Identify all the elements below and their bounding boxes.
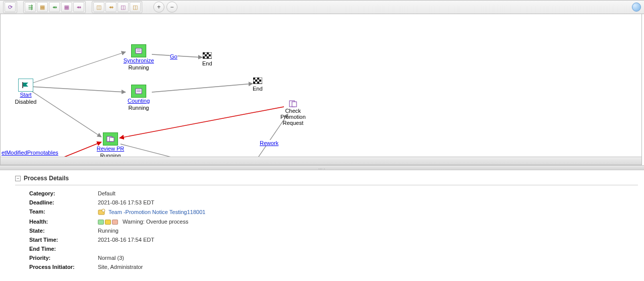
zoom-in-button[interactable]: + <box>153 2 164 13</box>
health-text: Warning: Overdue process <box>123 219 188 225</box>
deadline-label: Deadline: <box>29 199 95 205</box>
end-time-label: End Time: <box>29 246 95 252</box>
state-label: State: <box>29 228 95 234</box>
svg-rect-29 <box>255 80 257 82</box>
deadline-value: 2021-08-16 17:53 EDT <box>98 199 638 205</box>
svg-rect-22 <box>205 54 207 56</box>
svg-line-0 <box>31 52 126 84</box>
start-time-value: 2021-08-16 17:54 EDT <box>98 237 638 243</box>
svg-rect-20 <box>203 52 205 54</box>
inspect-icon[interactable]: ◫ <box>118 2 129 12</box>
tree-layout-icon[interactable]: ⇶ <box>25 2 36 12</box>
node-synchronize[interactable]: Synchronize Running <box>119 44 159 71</box>
workflow-canvas[interactable]: Start Disabled Synchronize Running Count… <box>1 14 641 165</box>
node-end-2[interactable]: End <box>253 78 263 92</box>
svg-line-1 <box>31 87 126 92</box>
initiator-label: Process Initiator: <box>29 264 95 270</box>
svg-rect-25 <box>207 56 209 58</box>
svg-rect-30 <box>259 80 261 82</box>
document-icon <box>288 100 298 108</box>
node-check-promotion[interactable]: Check Promotion Request <box>275 100 311 126</box>
svg-line-4 <box>152 84 253 92</box>
state-value: Running <box>98 228 638 234</box>
help-icon[interactable] <box>632 3 641 12</box>
node-synchronize-label[interactable]: Synchronize <box>124 57 154 64</box>
start-time-label: Start Time: <box>29 237 95 243</box>
team-icon <box>98 208 106 216</box>
svg-rect-23 <box>209 54 211 56</box>
priority-value: Normal (3) <box>98 255 638 261</box>
svg-rect-32 <box>257 82 259 84</box>
toolbar: ⟳⇶▦⇴▦⇴◫⇴◫◫ + − <box>0 0 644 14</box>
svg-rect-31 <box>253 82 255 84</box>
sync-icon <box>131 44 146 57</box>
canvas-horizontal-scrollbar[interactable] <box>1 157 641 165</box>
layout-opt1-icon[interactable]: ⇴ <box>49 2 60 12</box>
review-icon <box>103 132 118 146</box>
counting-icon <box>131 85 146 98</box>
layout-opt2-icon[interactable]: ▦ <box>61 2 72 12</box>
node-counting[interactable]: Counting Running <box>119 85 159 111</box>
svg-line-2 <box>31 91 101 137</box>
grid-layout-icon[interactable]: ▦ <box>37 2 48 12</box>
node-end1-label[interactable]: End <box>202 60 212 66</box>
node-start-label[interactable]: Start <box>20 92 31 99</box>
svg-rect-11 <box>136 48 142 53</box>
svg-rect-28 <box>257 78 259 80</box>
panel-title: Process Details <box>24 175 69 182</box>
vertical-splitter[interactable]: …. <box>0 165 644 170</box>
edge-go-label[interactable]: Go <box>170 53 178 59</box>
health-red-icon <box>112 220 118 225</box>
node-check-label1[interactable]: Check <box>285 108 301 114</box>
category-label: Category: <box>29 190 95 196</box>
toolbar-group-2: ◫⇴◫◫ <box>92 1 142 13</box>
svg-rect-21 <box>207 52 209 54</box>
collapse-icon[interactable]: ◫ <box>93 2 104 12</box>
node-review-label[interactable]: Review PR <box>97 146 124 153</box>
svg-rect-10 <box>22 82 23 88</box>
svg-line-8 <box>120 107 284 138</box>
svg-rect-14 <box>136 89 142 94</box>
inspect2-icon[interactable]: ◫ <box>130 2 141 12</box>
health-label: Health: <box>29 219 95 225</box>
health-yellow-icon <box>105 220 111 225</box>
health-value: Warning: Overdue process <box>98 219 638 225</box>
node-counting-label[interactable]: Counting <box>128 98 150 105</box>
toolbar-group-1: ⇶▦⇴▦⇴ <box>23 1 86 13</box>
svg-point-48 <box>102 209 105 212</box>
team-link[interactable]: Team -Promotion Notice Testing118001 <box>108 209 205 215</box>
node-check-label3[interactable]: Request <box>283 120 304 126</box>
team-label: Team: <box>29 208 95 216</box>
refresh-icon[interactable]: ⟳ <box>5 2 16 12</box>
edge-rework-label[interactable]: Rework <box>260 140 278 146</box>
modified-promotables-link[interactable]: etModifiedPromotables <box>2 150 58 156</box>
toolbar-group-0: ⟳ <box>3 1 17 13</box>
workflow-canvas-frame: Start Disabled Synchronize Running Count… <box>0 14 642 165</box>
priority-label: Priority: <box>29 255 95 261</box>
initiator-value: Site, Administrator <box>98 264 638 270</box>
node-check-label2[interactable]: Promotion <box>280 114 306 120</box>
node-end-1[interactable]: End <box>202 52 212 66</box>
category-value: Default <box>98 190 638 196</box>
node-start-sub: Disabled <box>15 99 37 105</box>
node-counting-sub: Running <box>129 105 149 111</box>
node-start[interactable]: Start Disabled <box>11 79 41 105</box>
node-synchronize-sub: Running <box>129 64 149 71</box>
finish-flag-icon <box>253 78 262 86</box>
svg-rect-18 <box>109 137 114 142</box>
svg-rect-27 <box>253 78 255 80</box>
zoom-out-button[interactable]: − <box>166 2 178 13</box>
node-end2-label[interactable]: End <box>253 86 263 92</box>
svg-rect-34 <box>292 102 297 107</box>
collapse-toggle[interactable]: − <box>15 176 21 181</box>
process-details-panel: − Process Details Category: Default Dead… <box>0 170 644 281</box>
team-value: Team -Promotion Notice Testing118001 <box>98 208 638 216</box>
finish-flag-icon <box>203 52 212 60</box>
process-viewer-window: ⟳⇶▦⇴▦⇴◫⇴◫◫ + − <box>0 0 644 281</box>
layout-opt3-icon[interactable]: ⇴ <box>73 2 84 12</box>
end-time-value <box>98 246 638 252</box>
health-green-icon <box>98 220 104 225</box>
flag-icon <box>18 79 33 92</box>
expand-icon[interactable]: ⇴ <box>105 2 116 12</box>
node-review-pr[interactable]: Review PR Running <box>90 132 131 159</box>
